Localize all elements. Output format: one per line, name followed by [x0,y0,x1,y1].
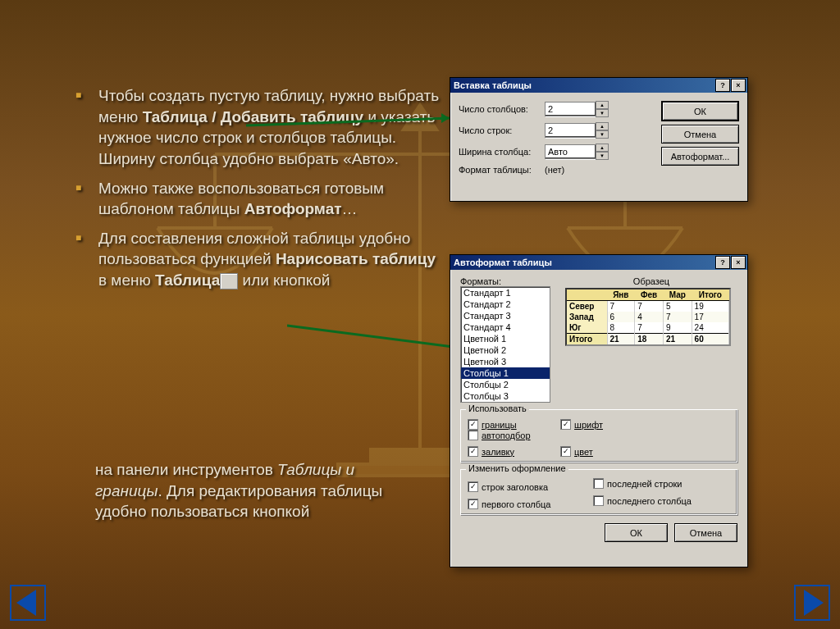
rows-spinner[interactable]: ▲▼ [596,122,609,139]
bullet-1: Чтобы создать пустую таблицу, нужно выбр… [98,85,443,170]
list-item[interactable]: Столбцы 1 [461,367,550,379]
group-use: Использовать ✓границы ✓шрифт автоподбор … [460,409,737,463]
width-input[interactable]: Авто [545,144,596,159]
list-item[interactable]: Цветной 2 [461,344,550,356]
arrow-2 [287,324,476,357]
label-width: Ширина столбца: [459,147,545,157]
checkbox-headrow[interactable]: ✓строк заголовка [468,481,591,492]
checkbox-lastcol[interactable]: последнего столбца [593,495,716,506]
columns-spinner[interactable]: ▲▼ [596,101,609,117]
label-format: Формат таблицы: [459,165,545,175]
bullet-2: Можно также воспользоваться готовым шабл… [98,178,443,220]
label-columns: Число столбцов: [459,104,545,114]
svg-line-6 [287,326,466,349]
close-icon[interactable]: × [731,256,746,269]
columns-input[interactable]: 2 [545,102,596,116]
formats-label: Форматы: [460,276,550,286]
autoformat-button[interactable]: Автоформат... [661,147,739,166]
rows-input[interactable]: 2 [545,123,596,138]
list-item[interactable]: Стандарт 2 [461,299,550,310]
autoformat-dialog: Автоформат таблицы ? × Форматы: Стандарт… [450,254,748,567]
close-icon[interactable]: × [731,79,746,92]
svg-marker-9 [16,590,36,616]
nav-next-button[interactable] [794,585,830,621]
label-rows: Число строк: [459,125,545,135]
ok-button[interactable]: ОК [661,101,739,121]
dialog-title: Вставка таблицы [454,80,532,90]
list-item[interactable]: Цветной 1 [461,333,550,344]
cancel-button[interactable]: Отмена [674,523,737,542]
svg-marker-11 [804,590,824,616]
group-apply: Изменить оформление ✓строк заголовка пос… [460,469,737,515]
list-item[interactable]: Столбцы 2 [461,379,550,390]
checkbox-color[interactable]: ✓цвет [560,446,651,457]
help-icon[interactable]: ? [715,256,730,269]
sample-label: Образец [565,276,737,286]
help-icon[interactable]: ? [715,79,730,92]
pencil-icon [220,273,238,289]
cancel-button[interactable]: Отмена [661,125,739,144]
trailing-text: на панели инструментов Таблицы и границы… [95,459,423,522]
width-spinner[interactable]: ▲▼ [596,144,609,160]
checkbox-borders[interactable]: ✓границы [468,419,558,430]
list-item[interactable]: Стандарт 1 [461,287,550,299]
bullet-3: Для составления сложной таблицы удобно п… [98,228,443,291]
list-item[interactable]: Столбцы 3 [461,390,550,402]
bullet-list: Чтобы создать пустую таблицу, нужно выбр… [66,85,443,299]
ok-button[interactable]: ОК [605,523,668,542]
nav-prev-button[interactable] [10,585,46,621]
dialog-title: Автоформат таблицы [454,258,552,267]
checkbox-fill[interactable]: ✓заливку [468,446,558,457]
sample-preview: ЯнвФевМарИтогоСевер77519Запад64717Юг8792… [565,288,731,346]
checkbox-autofit[interactable]: автоподбор [468,430,558,440]
format-value: (нет) [545,165,564,175]
checkbox-firstcol[interactable]: ✓первого столбца [468,499,591,509]
list-item[interactable]: Стандарт 3 [461,310,550,321]
list-item[interactable]: Цветной 3 [461,356,550,367]
formats-list[interactable]: Стандарт 1Стандарт 2Стандарт 3Стандарт 4… [460,286,550,403]
list-item[interactable]: Стандарт 4 [461,321,550,333]
checkbox-font[interactable]: ✓шрифт [560,419,651,430]
titlebar: Автоформат таблицы ? × [450,255,747,270]
titlebar: Вставка таблицы ? × [450,78,747,93]
checkbox-lastrow[interactable]: последней строки [593,478,716,489]
insert-table-dialog: Вставка таблицы ? × Число столбцов: 2 ▲▼… [450,77,748,202]
